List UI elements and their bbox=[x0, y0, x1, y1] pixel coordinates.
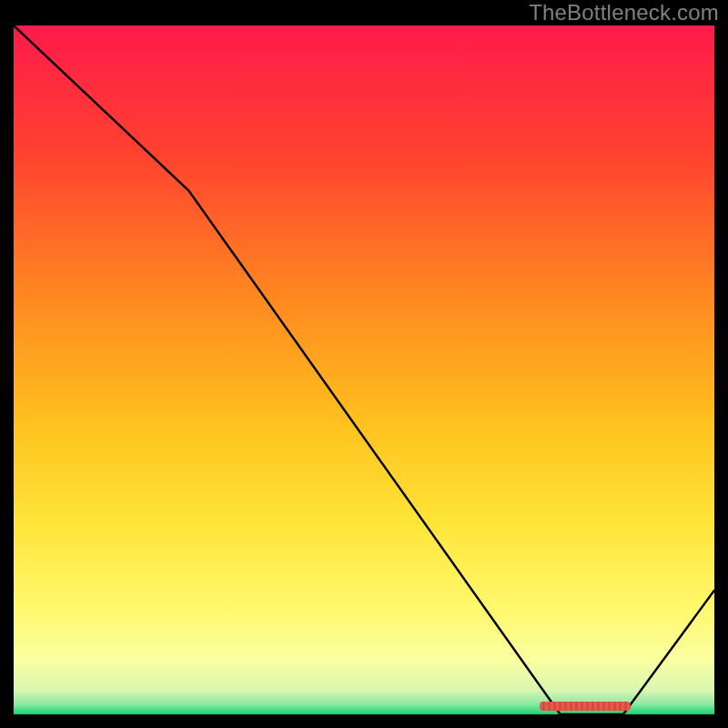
chart-background bbox=[14, 25, 714, 714]
optimal-range-marker bbox=[540, 702, 631, 711]
chart-figure: TheBottleneck.com bbox=[0, 0, 728, 728]
plot-area bbox=[14, 25, 714, 714]
chart-svg bbox=[14, 25, 714, 714]
watermark-label: TheBottleneck.com bbox=[529, 0, 719, 25]
